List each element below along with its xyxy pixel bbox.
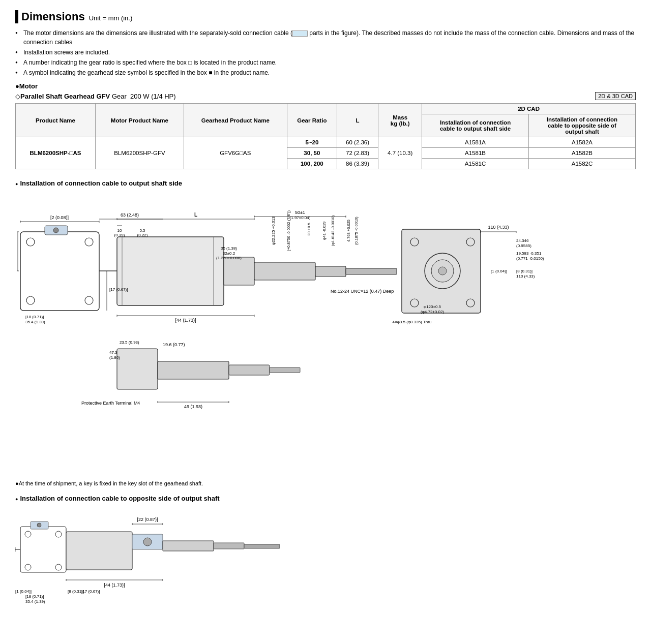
- opposite-shaft-section: Installation of connection cable to oppo…: [15, 495, 636, 625]
- svg-point-3: [26, 296, 35, 304]
- svg-text:19.6 (0.77): 19.6 (0.77): [163, 342, 185, 347]
- col-gear-ratio: Gear Ratio: [287, 104, 337, 137]
- svg-rect-83: [117, 349, 158, 389]
- gear-heading-row: ◇Parallel Shaft Gearhead GFV Gear 200 W …: [15, 92, 636, 100]
- svg-text:23.5 (0.93): 23.5 (0.93): [120, 340, 139, 345]
- svg-rect-85: [229, 365, 270, 375]
- output-shaft-section: Installation of connection cable to outp…: [15, 179, 636, 486]
- bullet-4: A symbol indicating the gearhead size sy…: [15, 68, 636, 77]
- svg-text:[18 (0.71)]: [18 (0.71)]: [25, 594, 44, 599]
- svg-text:Protective Earth Terminal M4: Protective Earth Terminal M4: [81, 401, 140, 406]
- svg-text:[1 (0.04)]: [1 (0.04)]: [491, 269, 507, 273]
- svg-text:[2 (0.08)]: [2 (0.08)]: [50, 215, 69, 220]
- title: Dimensions: [21, 10, 85, 23]
- svg-rect-110: [244, 544, 280, 548]
- col-gearhead-product-name: Gearhead Product Name: [184, 104, 287, 137]
- cell-mass: 4.7 (10.3): [378, 137, 422, 169]
- cell-L-2: 72 (2.83): [337, 148, 378, 159]
- svg-point-6: [53, 228, 58, 233]
- section-title: Dimensions Unit = mm (in.): [15, 10, 636, 23]
- svg-text:19.583 -0.351: 19.583 -0.351: [516, 251, 542, 256]
- svg-text:35.4 (1.39): 35.4 (1.39): [25, 320, 45, 324]
- svg-text:[18 (0.71)]: [18 (0.71)]: [25, 315, 44, 319]
- svg-text:(+0.8750 -0.0002 (7/8")): (+0.8750 -0.0002 (7/8")): [286, 210, 291, 252]
- col-mass: Masskg (lb.): [378, 104, 422, 137]
- cell-motor-product-name: BLM6200SHP-GFV: [96, 137, 184, 169]
- col-L: L: [337, 104, 378, 137]
- svg-rect-105: [66, 532, 132, 570]
- cell-gear-ratio-1: 5~20: [287, 137, 337, 148]
- dimensions-table: Product Name Motor Product Name Gearhead…: [15, 103, 636, 169]
- svg-text:(φ4.72±0.02): (φ4.72±0.02): [421, 310, 444, 314]
- cad-badge[interactable]: 2D & 3D CAD: [595, 92, 636, 100]
- svg-text:110 (4.33): 110 (4.33): [516, 274, 535, 279]
- svg-text:110 (4.33): 110 (4.33): [488, 225, 509, 230]
- svg-rect-12: [254, 262, 315, 280]
- svg-text:10: 10: [117, 228, 122, 233]
- svg-rect-8: [117, 237, 224, 305]
- svg-rect-84: [158, 361, 229, 379]
- svg-text:(0.771 -0.0150): (0.771 -0.0150): [516, 256, 544, 261]
- svg-rect-109: [214, 543, 244, 549]
- note-key: ●At the time of shipment, a key is fixed…: [15, 480, 636, 486]
- svg-point-107: [143, 538, 152, 546]
- svg-text:(1.97±0.04): (1.97±0.04): [290, 216, 311, 220]
- cell-gear-ratio-3: 100, 200: [287, 159, 337, 169]
- svg-text:[17 (0.67)]: [17 (0.67)]: [109, 287, 128, 292]
- cell-cad2-A: A1582A: [529, 137, 636, 148]
- output-shaft-title: Installation of connection cable to outp…: [15, 179, 636, 187]
- svg-rect-86: [270, 367, 300, 373]
- opposite-shaft-title: Installation of connection cable to oppo…: [15, 495, 636, 502]
- bullet-2: Installation screws are included.: [15, 48, 636, 57]
- cell-cad1-B: A1581B: [422, 148, 529, 159]
- cell-L-3: 86 (3.39): [337, 159, 378, 169]
- table-row: BLM6200SHP-□AS BLM6200SHP-GFV GFV6G□AS 5…: [16, 137, 636, 148]
- svg-point-2: [85, 238, 93, 246]
- col-product-name: Product Name: [16, 104, 96, 137]
- svg-text:(0.9585): (0.9585): [516, 243, 531, 248]
- svg-rect-11: [224, 257, 254, 285]
- col-cad2: Installation of connectioncable to oppos…: [529, 114, 636, 137]
- cell-cad2-B: A1582B: [529, 148, 636, 159]
- cell-cad2-C: A1582C: [529, 159, 636, 169]
- cell-cad1-C: A1581C: [422, 159, 529, 169]
- svg-rect-108: [163, 541, 214, 551]
- opposite-shaft-diagram: [22 (0.87)] [44 (1.73)] [1 (0.04)] [18 (…: [15, 506, 636, 625]
- svg-text:[17 (0.67)]: [17 (0.67)]: [81, 589, 100, 594]
- svg-rect-13: [315, 266, 346, 277]
- svg-point-100: [55, 564, 62, 570]
- svg-point-4: [85, 296, 93, 304]
- svg-text:φ22.225 +0.013: φ22.225 +0.013: [271, 216, 276, 245]
- svg-text:4×φ8.5 (φ0.335) Thru: 4×φ8.5 (φ0.335) Thru: [393, 320, 432, 324]
- cell-L-1: 60 (2.36): [337, 137, 378, 148]
- svg-text:35 (1.38): 35 (1.38): [221, 246, 237, 251]
- gear-title: ◇Parallel Shaft Gearhead GFV Gear 200 W …: [15, 93, 176, 100]
- unit: Unit = mm (in.): [89, 14, 133, 22]
- svg-rect-14: [346, 268, 397, 274]
- svg-text:(φ1.6142 -0.0010): (φ1.6142 -0.0010): [331, 215, 335, 246]
- svg-text:[22 (0.87)]: [22 (0.87)]: [137, 517, 158, 522]
- col-cad1: Installation of connectioncable to outpu…: [422, 114, 529, 137]
- svg-text:[44 (1.73)]: [44 (1.73)]: [175, 318, 196, 323]
- bullet-notes: The motor dimensions are the dimensions …: [15, 28, 636, 77]
- cell-gearhead-product-name: GFV6G□AS: [184, 137, 287, 169]
- bullet-1: The motor dimensions are the dimensions …: [15, 28, 636, 47]
- svg-text:φ120±0.5: φ120±0.5: [424, 304, 441, 309]
- svg-point-98: [55, 531, 62, 537]
- svg-text:50±1: 50±1: [295, 210, 305, 215]
- color-box: [292, 30, 308, 37]
- svg-rect-96: [20, 527, 66, 572]
- svg-text:63 (2.48): 63 (2.48): [121, 212, 139, 218]
- svg-text:φ41 -0.029: φ41 -0.029: [322, 222, 327, 240]
- cell-cad1-A: A1581A: [422, 137, 529, 148]
- svg-point-102: [37, 523, 41, 527]
- svg-text:49 (1.93): 49 (1.93): [184, 404, 202, 409]
- output-shaft-diagram: [2 (0.08)] 63 (2.48) L 50±1 (1.97±0.04) …: [15, 191, 636, 477]
- svg-text:4.763 +0.025: 4.763 +0.025: [346, 220, 351, 242]
- svg-text:L: L: [194, 212, 197, 218]
- svg-text:[44 (1.73)]: [44 (1.73)]: [104, 582, 125, 588]
- svg-text:47.3: 47.3: [109, 350, 117, 355]
- svg-point-22: [438, 267, 447, 275]
- svg-text:32±0.2: 32±0.2: [223, 251, 235, 256]
- svg-text:[1 (0.04)]: [1 (0.04)]: [15, 589, 32, 594]
